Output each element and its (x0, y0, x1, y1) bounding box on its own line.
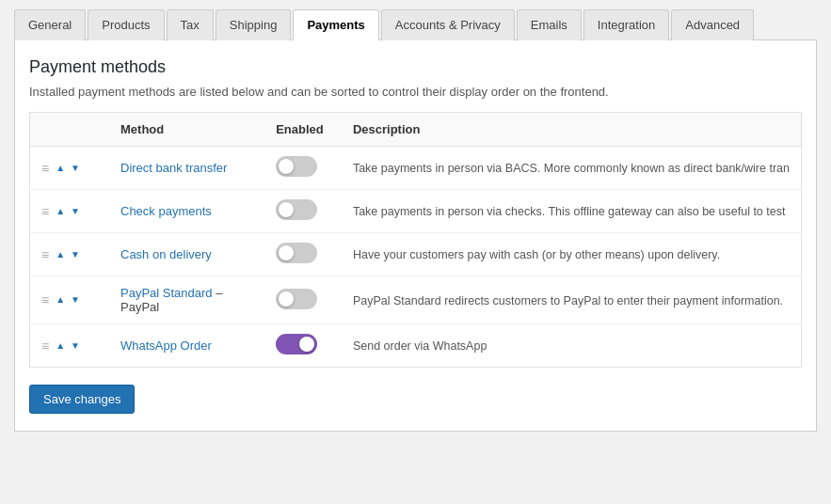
tab-general[interactable]: General (14, 9, 86, 40)
toggle-cheque[interactable] (276, 199, 317, 220)
description-cod: Have your customers pay with cash (or by… (353, 248, 720, 261)
move-down-whatsapp[interactable]: ▼ (69, 340, 82, 352)
tab-integration[interactable]: Integration (583, 9, 669, 40)
method-link-whatsapp[interactable]: WhatsApp Order (120, 339, 212, 353)
move-up-whatsapp[interactable]: ▲ (54, 340, 67, 352)
col-enabled-header: Enabled (264, 113, 342, 147)
col-sort-header (30, 113, 110, 147)
table-row: ≡ ▲ ▼ Cash on deliveryHave your customer… (30, 233, 802, 276)
toggle-whatsapp[interactable] (276, 334, 317, 354)
drag-handle-cod[interactable]: ≡ (41, 247, 49, 262)
col-method-header: Method (109, 113, 264, 147)
tab-bar: GeneralProductsTaxShippingPaymentsAccoun… (14, 9, 817, 40)
move-down-bacs[interactable]: ▼ (69, 163, 82, 174)
section-description: Installed payment methods are listed bel… (29, 85, 802, 99)
tab-tax[interactable]: Tax (167, 9, 214, 40)
tab-advanced[interactable]: Advanced (671, 9, 754, 40)
tab-payments[interactable]: Payments (293, 9, 378, 40)
toggle-paypal[interactable] (276, 289, 317, 309)
method-link-paypal[interactable]: PayPal Standard (120, 286, 213, 300)
col-desc-header: Description (342, 113, 802, 147)
description-whatsapp: Send order via WhatsApp (353, 339, 487, 353)
payment-content: Payment methods Installed payment method… (14, 40, 817, 432)
tab-shipping[interactable]: Shipping (216, 9, 292, 40)
drag-handle-cheque[interactable]: ≡ (41, 204, 49, 219)
sort-controls-whatsapp: ≡ ▲ ▼ (41, 339, 98, 354)
method-link-cod[interactable]: Cash on delivery (120, 247, 212, 261)
payment-methods-table: Method Enabled Description ≡ ▲ ▼ Direct … (29, 112, 802, 368)
table-row: ≡ ▲ ▼ WhatsApp OrderSend order via Whats… (30, 324, 802, 368)
sort-controls-paypal: ≡ ▲ ▼ (41, 292, 98, 307)
description-paypal: PayPal Standard redirects customers to P… (353, 294, 783, 307)
description-bacs: Take payments in person via BACS. More c… (353, 162, 790, 175)
sort-controls-bacs: ≡ ▲ ▼ (41, 161, 98, 176)
tab-emails[interactable]: Emails (517, 9, 582, 40)
table-row: ≡ ▲ ▼ Direct bank transferTake payments … (30, 147, 802, 190)
move-up-cod[interactable]: ▲ (54, 249, 67, 260)
drag-handle-whatsapp[interactable]: ≡ (41, 339, 49, 354)
toggle-bacs[interactable] (276, 156, 317, 177)
method-link-cheque[interactable]: Check payments (120, 204, 212, 218)
tab-accounts-privacy[interactable]: Accounts & Privacy (381, 9, 515, 40)
section-title: Payment methods (29, 57, 802, 77)
move-up-cheque[interactable]: ▲ (54, 206, 67, 217)
sort-controls-cheque: ≡ ▲ ▼ (41, 204, 98, 219)
drag-handle-bacs[interactable]: ≡ (41, 161, 49, 176)
tab-products[interactable]: Products (88, 9, 164, 40)
table-row: ≡ ▲ ▼ Check paymentsTake payments in per… (30, 190, 802, 233)
sort-controls-cod: ≡ ▲ ▼ (41, 247, 98, 262)
method-link-bacs[interactable]: Direct bank transfer (120, 161, 227, 175)
move-down-paypal[interactable]: ▼ (69, 294, 82, 306)
drag-handle-paypal[interactable]: ≡ (41, 292, 49, 307)
move-down-cod[interactable]: ▼ (69, 249, 82, 260)
move-down-cheque[interactable]: ▼ (69, 206, 82, 217)
save-changes-button[interactable]: Save changes (29, 385, 135, 414)
description-cheque: Take payments in person via checks. This… (353, 205, 786, 218)
move-up-bacs[interactable]: ▲ (54, 163, 67, 174)
move-up-paypal[interactable]: ▲ (54, 294, 67, 306)
table-row: ≡ ▲ ▼ PayPal Standard – PayPalPayPal Sta… (30, 276, 802, 324)
toggle-cod[interactable] (276, 243, 317, 263)
